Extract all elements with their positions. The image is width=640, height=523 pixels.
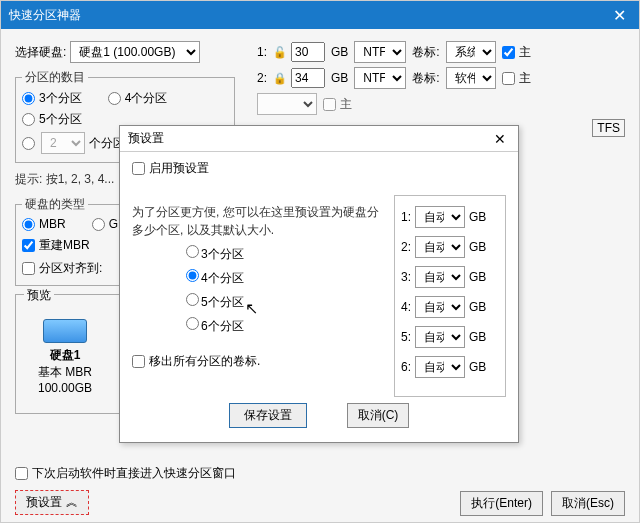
enable-preset-checkbox[interactable]: 启用预设置	[132, 160, 506, 177]
partition-row-3: 主	[257, 93, 625, 115]
dialog-buttons: 保存设置 取消(C)	[120, 403, 518, 428]
part1-fs-select[interactable]: NTFS	[354, 41, 406, 63]
custom-count-select[interactable]: 2	[41, 132, 85, 154]
disk-name: 硬盘1	[26, 347, 104, 364]
dialog-note: 为了分区更方便, 您可以在这里预设置为硬盘分多少个区, 以及其默认大小.	[132, 203, 380, 239]
part2-index: 2:	[257, 71, 267, 85]
radio-mbr[interactable]: MBR	[22, 217, 66, 231]
dialog-title: 预设置	[128, 130, 490, 147]
execute-button[interactable]: 执行(Enter)	[460, 491, 543, 516]
part2-size-input[interactable]	[291, 68, 325, 88]
dialog-body: 为了分区更方便, 您可以在这里预设置为硬盘分多少个区, 以及其默认大小. 3个分…	[120, 185, 518, 407]
dialog-size-panel: 1:自动GB 2:自动GB 3:自动GB 4:自动GB 5:自动GB 6:自动G…	[394, 195, 506, 397]
disk-icon	[43, 319, 87, 343]
part1-size-input[interactable]	[291, 42, 325, 62]
part1-primary-check[interactable]: 主	[502, 44, 531, 61]
part1-index: 1:	[257, 45, 267, 59]
disk-select[interactable]: 硬盘1 (100.00GB)	[70, 41, 200, 63]
titlebar: 快速分区神器 ✕	[1, 1, 639, 29]
part2-primary-check[interactable]: 主	[502, 70, 531, 87]
partition-row-1: 1: 🔓 GB NTFS 卷标: 系统 主	[257, 41, 625, 63]
part2-fs-select[interactable]: NTFS	[354, 67, 406, 89]
radio-4-parts[interactable]: 4个分区	[108, 90, 168, 107]
part1-vol-label: 卷标:	[412, 44, 439, 61]
right-column: 1: 🔓 GB NTFS 卷标: 系统 主 2: 🔒 GB NTFS 卷标: 软…	[257, 41, 625, 135]
part3-extra-select[interactable]	[257, 93, 317, 115]
disk-type-legend: 硬盘的类型	[22, 196, 88, 213]
preview-legend: 预览	[24, 287, 54, 304]
main-window: 快速分区神器 ✕ 选择硬盘: 硬盘1 (100.00GB) 分区的数目 3个分区…	[0, 0, 640, 523]
dlg-radio-5[interactable]: 5个分区	[186, 293, 380, 311]
disk-card: 硬盘1 基本 MBR 100.00GB	[26, 319, 104, 395]
bottom-bar: 下次启动软件时直接进入快速分区窗口 预设置 ︽ 执行(Enter) 取消(Esc…	[15, 465, 625, 516]
cancel-button[interactable]: 取消(Esc)	[551, 491, 625, 516]
radio-3-parts[interactable]: 3个分区	[22, 90, 82, 107]
dlg-size-6[interactable]: 自动	[415, 356, 465, 378]
disk-sub2: 100.00GB	[26, 381, 104, 395]
dialog-titlebar: 预设置 ✕	[120, 126, 518, 152]
close-icon[interactable]: ✕	[599, 1, 639, 29]
part1-gb: GB	[331, 45, 348, 59]
partition-count-legend: 分区的数目	[22, 69, 88, 86]
window-title: 快速分区神器	[9, 7, 599, 24]
part1-vol-select[interactable]: 系统	[446, 41, 496, 63]
auto-enter-checkbox[interactable]: 下次启动软件时直接进入快速分区窗口	[15, 465, 236, 482]
dlg-size-5[interactable]: 自动	[415, 326, 465, 348]
part2-gb: GB	[331, 71, 348, 85]
preset-dialog: 预设置 ✕ 启用预设置 为了分区更方便, 您可以在这里预设置为硬盘分多少个区, …	[119, 125, 519, 443]
dlg-size-3[interactable]: 自动	[415, 266, 465, 288]
dlg-size-1[interactable]: 自动	[415, 206, 465, 228]
dialog-close-icon[interactable]: ✕	[490, 131, 510, 147]
dlg-size-4[interactable]: 自动	[415, 296, 465, 318]
checkbox-rebuild-mbr[interactable]: 重建MBR	[22, 237, 90, 254]
chevron-up-icon: ︽	[66, 494, 78, 511]
checkbox-align[interactable]: 分区对齐到:	[22, 260, 102, 277]
dlg-radio-3[interactable]: 3个分区	[186, 245, 380, 263]
partition-row-2: 2: 🔒 GB NTFS 卷标: 软件 主	[257, 67, 625, 89]
dlg-radio-4[interactable]: 4个分区	[186, 269, 380, 287]
clear-volume-checkbox[interactable]: 移出所有分区的卷标.	[132, 353, 380, 370]
radio-custom-parts[interactable]	[22, 137, 37, 150]
dialog-radio-group: 3个分区 4个分区 5个分区 6个分区	[186, 245, 380, 335]
part2-vol-label: 卷标:	[412, 70, 439, 87]
tfs-tag: TFS	[592, 119, 625, 137]
preset-button[interactable]: 预设置 ︽	[15, 490, 89, 515]
dialog-cancel-button[interactable]: 取消(C)	[347, 403, 410, 428]
dlg-size-2[interactable]: 自动	[415, 236, 465, 258]
lock-closed-icon[interactable]: 🔒	[273, 72, 285, 85]
dialog-save-button[interactable]: 保存设置	[229, 403, 307, 428]
lock-open-icon[interactable]: 🔓	[273, 46, 285, 59]
dlg-radio-6[interactable]: 6个分区	[186, 317, 380, 335]
part3-primary-check[interactable]: 主	[323, 96, 352, 113]
content-area: 选择硬盘: 硬盘1 (100.00GB) 分区的数目 3个分区 4个分区 5个分…	[1, 29, 639, 522]
radio-5-parts[interactable]: 5个分区	[22, 111, 82, 128]
disk-sub1: 基本 MBR	[26, 364, 104, 381]
part2-vol-select[interactable]: 软件	[446, 67, 496, 89]
disk-select-label: 选择硬盘:	[15, 44, 66, 61]
